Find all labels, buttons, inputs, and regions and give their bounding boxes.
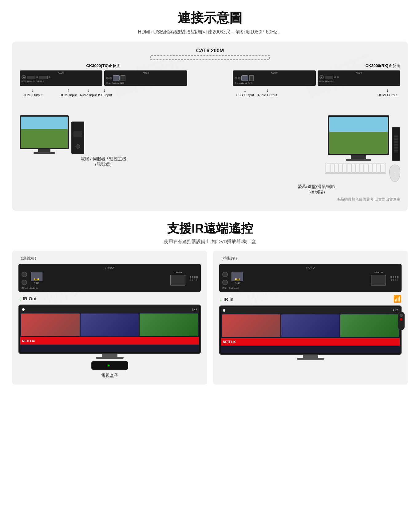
section1-subtitle: HDMI+USB網路線點對點距離可達200公尺，解析度1080P 60Hz。 — [12, 29, 408, 35]
tx-dc5v-port — [22, 75, 26, 79]
tv-thumb3 — [140, 313, 198, 336]
rx-dc5v-port — [319, 75, 324, 79]
rx-caption: 螢幕/鍵盤/滑鼠/喇叭（控制端） — [233, 184, 400, 195]
rx-tv-content-area — [221, 313, 400, 338]
ir-tx-circles — [22, 272, 27, 285]
key6 — [347, 164, 351, 173]
rx-tv-thumb2 — [281, 314, 340, 337]
rx-mouse — [389, 165, 400, 182]
section-connection-diagram: 連接示意圖 HDMI+USB網路線點對點距離可達200公尺，解析度1080P 6… — [0, 0, 420, 214]
dip1 — [190, 276, 191, 278]
rx-hdmi-out-label: HDMI OUT — [325, 80, 335, 82]
cat6-label: CAT6 200M — [193, 48, 227, 54]
tx-ir-out-label: IR out — [106, 82, 111, 84]
mouse-scroll-line — [395, 173, 395, 177]
rx-tv-thumb3 — [340, 314, 399, 337]
tx-panel2-ports — [106, 75, 185, 81]
key1 — [326, 164, 330, 173]
rx-dip-label2: 2 — [393, 279, 394, 281]
pin1 — [34, 278, 35, 280]
rx-dot1 — [334, 76, 336, 78]
dip-label8: 8 — [196, 279, 197, 281]
ir-tx-panel: PANIO — [18, 264, 201, 292]
ir-tx-tv: 9:47 NETFLIX — [18, 305, 201, 354]
rx-dc5v-label: DC5V — [319, 80, 324, 82]
rx-computers — [233, 115, 400, 161]
ir-rx-brand: PANIO — [222, 266, 398, 269]
hdmi-output-label: HDMI Output — [23, 93, 42, 97]
ir-tx-ports: RJ45 USB IN — [22, 271, 198, 285]
ir-title: 支援IR遠端遙控 — [12, 220, 408, 237]
key4 — [339, 164, 343, 173]
rx-monitor — [328, 115, 389, 155]
usb-output-label: USB Output — [236, 93, 254, 97]
tx-dc5v-label: DC5V — [22, 80, 26, 82]
rx-dip-label1: 1 — [391, 279, 392, 281]
rx-audio-port — [238, 77, 240, 79]
ir-tx-rj45-pins — [34, 278, 39, 280]
rx-dip2 — [393, 276, 394, 278]
ir-rx-rj45 — [232, 272, 243, 281]
rx-monitor-base — [346, 159, 371, 161]
audio-output-arrow: ↓ Audio Output — [257, 88, 277, 97]
tv-base — [96, 357, 124, 359]
rx-monitor-stand-group — [346, 155, 371, 161]
tx-computers — [20, 115, 187, 154]
tx-panel2-brand: PANIO — [106, 72, 185, 74]
ir-rx-label: （控制端） — [219, 256, 402, 261]
key5 — [343, 164, 347, 173]
ir-tx-dip-switches: 1 2 4 8 — [190, 276, 198, 281]
pin2 — [36, 278, 37, 280]
ir-tx-dip-row — [190, 276, 198, 278]
key9 — [360, 164, 364, 173]
tx-rj45-label: RJ45 — [120, 82, 124, 84]
ir-rx-circle1 — [222, 272, 228, 277]
tower-slot — [73, 131, 82, 137]
ir-subtitle: 使用在有遙控器設備上,如:DVD播放器.機上盒 — [12, 239, 408, 245]
rx-ir-port — [235, 77, 237, 79]
tx-hdmi-out-port — [27, 76, 35, 79]
section1-title: 連接示意圖 — [12, 9, 408, 26]
key14 — [381, 164, 385, 173]
tx-usb-port — [121, 75, 125, 81]
rx-panel1-ports — [235, 75, 314, 81]
ir-in-green-arrow: ↓ — [219, 296, 222, 303]
cat6-dashed-area — [150, 55, 270, 60]
hdmi-input-label: HDMI Input — [60, 93, 77, 97]
tv-stand — [102, 354, 117, 357]
pin3 — [37, 278, 38, 280]
tx-arrows: ↓ HDMI Output ↑ HDMI Input ↓ Audio Input… — [20, 88, 187, 115]
set-top-box-caption: 電視盒子 — [18, 373, 201, 378]
rx-dip4 — [397, 276, 398, 278]
dip2 — [192, 276, 193, 278]
ir-in-text: IR in — [224, 297, 234, 302]
tx-panel1: PANIO DC5V HDMI OUT — [20, 70, 102, 86]
rx-rj45-label: RJ45 — [248, 82, 252, 84]
rx-pin4 — [239, 278, 240, 280]
ir-rx-panel: PANIO — [219, 264, 402, 292]
dip3 — [194, 276, 196, 278]
rx-dip-label4: 4 — [395, 279, 396, 281]
ir-rx-hw-labels: IR in Audio out — [222, 287, 398, 289]
tv-stand-wrap — [18, 354, 201, 359]
tx-block: CK3000(TX)正反面 PANIO — [20, 63, 187, 167]
rx-panels: PANIO USB out IR in Audio out RJ45 — [233, 70, 400, 86]
hdmi-output-rx-arrow: ↓ HDMI Output — [378, 88, 397, 97]
rx-speaker — [392, 127, 400, 161]
ir-in-arrow-label: ↓ IR in 📶 — [219, 295, 402, 303]
ir-out-hw-label: IR out — [22, 287, 28, 289]
tx-panel1-labels: DC5V HDMI OUT HDMI IN — [22, 80, 101, 82]
speaker-grille — [394, 135, 398, 153]
rx-dip-label8: 8 — [397, 279, 398, 281]
tv-content-area — [20, 313, 199, 337]
rx-audio-out-label: Audio out — [240, 82, 247, 84]
ir-diagrams-container: 國衛玩 （訊號端） PANIO — [12, 251, 408, 385]
rx-panel2-ports — [319, 75, 398, 79]
audio-out-hw-label: Audio out — [229, 287, 239, 289]
rx-label: CK3000(RX)正反面 — [233, 63, 400, 69]
rx-monitor-screen — [329, 117, 388, 154]
tower-button — [76, 144, 80, 149]
rx-block: CK3000(RX)正反面 PANIO USB out IR i — [233, 63, 400, 195]
wifi-signal-icon: 📶 — [393, 295, 402, 303]
rx-tv-stand — [303, 355, 318, 358]
